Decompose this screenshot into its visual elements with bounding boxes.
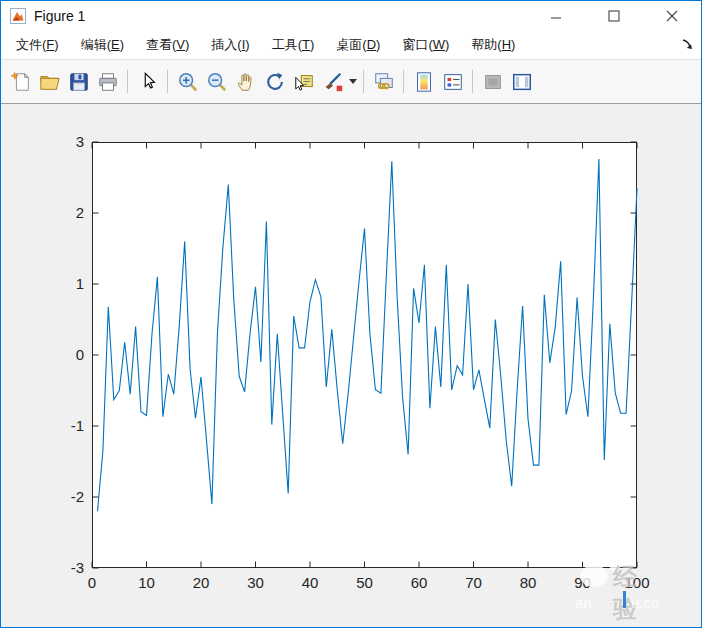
x-tick-label: 70: [449, 574, 499, 591]
brush-icon: [322, 71, 344, 93]
pointer-icon: [137, 71, 159, 93]
watermark-fragment-left: an: [575, 594, 592, 611]
insert-colorbar-icon: [413, 71, 435, 93]
pan-icon: [235, 71, 257, 93]
watermark-fragment-right: u.co: [631, 594, 659, 611]
insert-colorbar-button[interactable]: [410, 68, 437, 95]
window-menu[interactable]: 窗口(W): [391, 32, 460, 58]
data-line: [98, 159, 638, 511]
hide-plot-tools-button[interactable]: [479, 68, 506, 95]
insert-menu[interactable]: 插入(I): [200, 32, 260, 58]
tools-menu[interactable]: 工具(T): [261, 32, 326, 58]
close-button[interactable]: [643, 1, 701, 31]
y-tick-label: 3: [48, 133, 84, 150]
plot-canvas[interactable]: [92, 142, 637, 568]
x-tick-label: 30: [231, 574, 281, 591]
brush-dropdown-caret[interactable]: [347, 68, 358, 95]
insert-legend-button[interactable]: [439, 68, 466, 95]
open-file-icon: [39, 71, 61, 93]
menubar: 文件(F)编辑(E)查看(V)插入(I)工具(T)桌面(D)窗口(W)帮助(H): [1, 31, 701, 59]
titlebar[interactable]: Figure 1: [1, 1, 701, 31]
axes-box: [93, 143, 637, 568]
x-tick-label: 40: [285, 574, 335, 591]
rotate-3d-button[interactable]: [261, 68, 288, 95]
axes[interactable]: 01020304050607080901003210-1-2-3: [92, 142, 637, 568]
y-tick-label: -2: [48, 488, 84, 505]
y-tick-label: 2: [48, 204, 84, 221]
figure-toolbar: [1, 59, 701, 104]
maximize-icon: [608, 10, 620, 22]
hide-plot-tools-icon: [482, 71, 504, 93]
x-tick-label: 20: [176, 574, 226, 591]
toolbar-separator: [363, 70, 364, 93]
toolbar-separator: [403, 70, 404, 93]
print-figure-icon: [97, 71, 119, 93]
x-tick-label: 10: [122, 574, 172, 591]
toolbar-separator: [167, 70, 168, 93]
desktop-menu[interactable]: 桌面(D): [325, 32, 391, 58]
brush-button[interactable]: [319, 68, 346, 95]
insert-legend-icon: [442, 71, 464, 93]
file-menu[interactable]: 文件(F): [5, 32, 70, 58]
y-tick-label: 1: [48, 275, 84, 292]
figure-window: Figure 1 文件(F)编辑(E)查看(V)插入(I)工具(T)桌面(D)窗…: [0, 0, 702, 628]
minimize-icon: [550, 10, 562, 22]
pan-button[interactable]: [232, 68, 259, 95]
y-tick-label: 0: [48, 346, 84, 363]
x-tick-label: 60: [394, 574, 444, 591]
minimize-button[interactable]: [527, 1, 585, 31]
toolbar-separator: [472, 70, 473, 93]
toolbar-separator: [127, 70, 128, 93]
matlab-figure-icon: [10, 8, 26, 24]
data-cursor-icon: [293, 71, 315, 93]
y-tick-label: -1: [48, 417, 84, 434]
close-icon: [666, 10, 678, 22]
pointer-button[interactable]: [134, 68, 161, 95]
dock-figure-icon[interactable]: [681, 38, 694, 51]
help-menu[interactable]: 帮助(H): [460, 32, 526, 58]
watermark-text: 经验: [613, 561, 639, 625]
edit-menu[interactable]: 编辑(E): [70, 32, 135, 58]
x-tick-label: 90: [558, 574, 608, 591]
watermark-blue-bar: [623, 591, 626, 608]
save-figure-button[interactable]: [65, 68, 92, 95]
x-tick-label: 100: [612, 574, 662, 591]
show-plot-tools-button[interactable]: [508, 68, 535, 95]
y-tick-label: -3: [48, 559, 84, 576]
zoom-in-icon: [177, 71, 199, 93]
x-tick-label: 80: [503, 574, 553, 591]
x-tick-label: 50: [340, 574, 390, 591]
link-plot-button[interactable]: [370, 68, 397, 95]
view-menu[interactable]: 查看(V): [135, 32, 200, 58]
save-figure-icon: [68, 71, 90, 93]
show-plot-tools-icon: [511, 71, 533, 93]
zoom-out-icon: [206, 71, 228, 93]
new-figure-button[interactable]: [7, 68, 34, 95]
maximize-button[interactable]: [585, 1, 643, 31]
zoom-in-button[interactable]: [174, 68, 201, 95]
open-file-button[interactable]: [36, 68, 63, 95]
print-figure-button[interactable]: [94, 68, 121, 95]
window-title: Figure 1: [34, 8, 85, 24]
figure-canvas[interactable]: 01020304050607080901003210-1-2-3 经验 an u…: [1, 104, 701, 627]
x-tick-label: 0: [67, 574, 117, 591]
data-cursor-button[interactable]: [290, 68, 317, 95]
new-figure-icon: [10, 71, 32, 93]
zoom-out-button[interactable]: [203, 68, 230, 95]
rotate-3d-icon: [264, 71, 286, 93]
link-plot-icon: [373, 71, 395, 93]
